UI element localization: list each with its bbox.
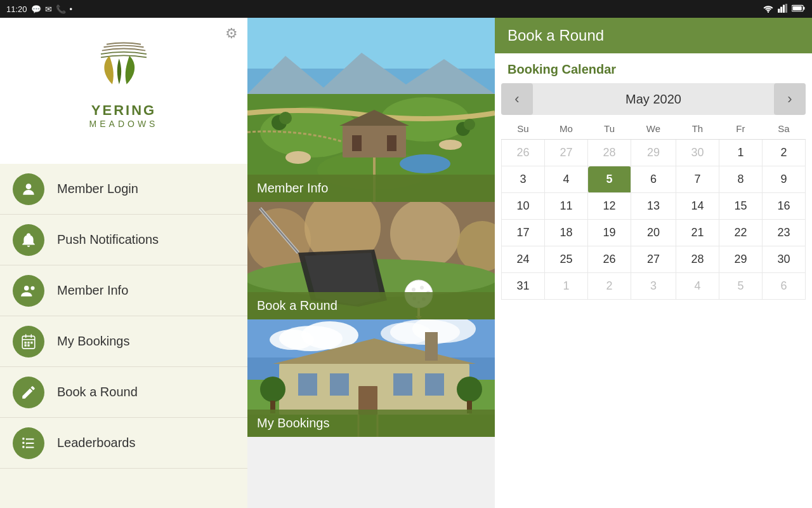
status-bar: 11:20 💬 ✉ 📞 • [0,0,812,18]
svg-rect-35 [352,135,362,151]
svg-point-43 [400,154,450,173]
svg-point-10 [30,286,34,290]
calendar-day-cell[interactable]: 22 [719,220,762,246]
logo-container: YERING MEADOWS [89,40,159,129]
status-icon-phone: 📞 [56,4,66,14]
calendar-day-cell[interactable]: 28 [676,246,719,273]
svg-point-67 [270,330,314,350]
calendar-day-cell[interactable]: 13 [631,193,676,220]
calendar-prev-button[interactable]: ‹ [501,83,533,115]
calendar-day-cell[interactable]: 6 [631,166,676,193]
svg-rect-7 [803,6,804,10]
sidebar-nav: Member Login Push Notifications [0,164,247,508]
svg-point-9 [24,285,29,290]
calendar-week-row: 24252627282930 [502,246,806,273]
calendar-day-cell[interactable]: 7 [676,166,719,193]
calendar-day-cell[interactable]: 16 [762,193,805,220]
calendar-day-cell: 28 [588,140,631,166]
gear-icon[interactable]: ⚙ [225,25,238,42]
calendar-day-cell: 27 [545,140,588,166]
edit-icon [13,377,44,408]
svg-point-55 [420,286,424,290]
main-layout: ⚙ YERING MEADOWS [0,18,812,508]
sidebar-item-member-info[interactable]: Member Info [0,265,247,316]
calendar-day-cell[interactable]: 4 [545,166,588,193]
sidebar-item-book-a-round[interactable]: Book a Round [0,367,247,418]
calendar-icon [13,326,44,358]
calendar-day-cell[interactable]: 26 [588,246,631,273]
calendar-day-cell[interactable]: 12 [588,193,631,220]
wifi-icon [763,4,774,15]
push-notifications-label: Push Notifications [57,232,159,247]
signal-icon [778,4,788,15]
calendar-day-cell: 6 [762,273,805,300]
calendar-day-cell: 3 [631,273,676,300]
calendar-day-cell[interactable]: 2 [762,140,805,166]
status-bar-left: 11:20 💬 ✉ 📞 • [6,4,72,14]
logo-subname: MEADOWS [89,119,159,129]
calendar-day-cell[interactable]: 5 [588,166,631,193]
svg-rect-23 [26,438,34,439]
calendar-container: ‹ May 2020 › SuMoTuWeThFrSa 262728293012… [495,83,812,508]
calendar-day-cell[interactable]: 25 [545,246,588,273]
calendar-grid: SuMoTuWeThFrSa 2627282930123456789101112… [501,118,806,300]
status-icon-msg1: 💬 [31,4,41,14]
calendar-day-cell[interactable]: 17 [502,220,545,246]
sidebar-item-leaderboards[interactable]: 1 2 3 Leaderboards [0,418,247,469]
calendar-nav: ‹ May 2020 › [501,83,806,115]
calendar-day-cell: 29 [631,140,676,166]
my-bookings-label: My Bookings [57,334,130,349]
calendar-day-header: We [631,118,676,140]
svg-point-8 [26,184,32,189]
calendar-day-cell[interactable]: 20 [631,220,676,246]
svg-point-40 [279,112,292,124]
sidebar-item-my-bookings[interactable]: My Bookings [0,316,247,367]
logo-name: YERING [91,102,156,119]
aerial-tile[interactable]: Member Info [247,18,495,202]
calendar-day-cell[interactable]: 30 [762,246,805,273]
svg-rect-6 [793,6,802,10]
calendar-day-cell[interactable]: 15 [719,193,762,220]
calendar-day-cell[interactable]: 27 [631,246,676,273]
status-icon-msg2: ✉ [45,4,52,14]
booking-calendar-label: Booking Calendar [495,53,812,83]
calendar-day-cell[interactable]: 29 [719,246,762,273]
calendar-day-cell[interactable]: 9 [762,166,805,193]
calendar-day-cell[interactable]: 1 [719,140,762,166]
calendar-day-cell[interactable]: 8 [719,166,762,193]
svg-rect-15 [25,344,27,346]
svg-rect-75 [330,373,349,396]
calendar-day-cell[interactable]: 11 [545,193,588,220]
calendar-header-row: SuMoTuWeThFrSa [502,118,806,140]
svg-rect-76 [393,373,412,396]
svg-rect-74 [298,373,317,396]
center-content: Member Info [247,18,495,508]
calendar-day-cell[interactable]: 10 [502,193,545,220]
calendar-next-button[interactable]: › [774,83,806,115]
book-round-tile[interactable]: Book a Round [247,202,495,319]
calendar-day-cell: 26 [502,140,545,166]
sidebar-item-push-notifications[interactable]: Push Notifications [0,215,247,265]
member-login-label: Member Login [57,182,138,196]
sidebar-item-member-login[interactable]: Member Login [0,164,247,215]
calendar-day-cell[interactable]: 21 [676,220,719,246]
calendar-day-cell[interactable]: 23 [762,220,805,246]
svg-rect-1 [778,8,780,12]
calendar-day-cell[interactable]: 31 [502,273,545,300]
calendar-day-header: Su [502,118,545,140]
calendar-day-cell[interactable]: 24 [502,246,545,273]
svg-point-47 [390,202,460,269]
status-bar-right [763,4,806,15]
calendar-week-row: 31123456 [502,273,806,300]
sidebar-header: ⚙ YERING MEADOWS [0,18,247,164]
my-bookings-tile[interactable]: My Bookings [247,319,495,437]
calendar-day-cell[interactable]: 14 [676,193,719,220]
calendar-day-cell: 4 [676,273,719,300]
calendar-day-cell[interactable]: 3 [502,166,545,193]
member-info-tile-label: Member Info [247,175,495,202]
calendar-day-cell[interactable]: 18 [545,220,588,246]
calendar-day-cell[interactable]: 19 [588,220,631,246]
calendar-day-header: Mo [545,118,588,140]
calendar-body: 2627282930123456789101112131415161718192… [502,140,806,300]
status-dot: • [70,4,73,14]
